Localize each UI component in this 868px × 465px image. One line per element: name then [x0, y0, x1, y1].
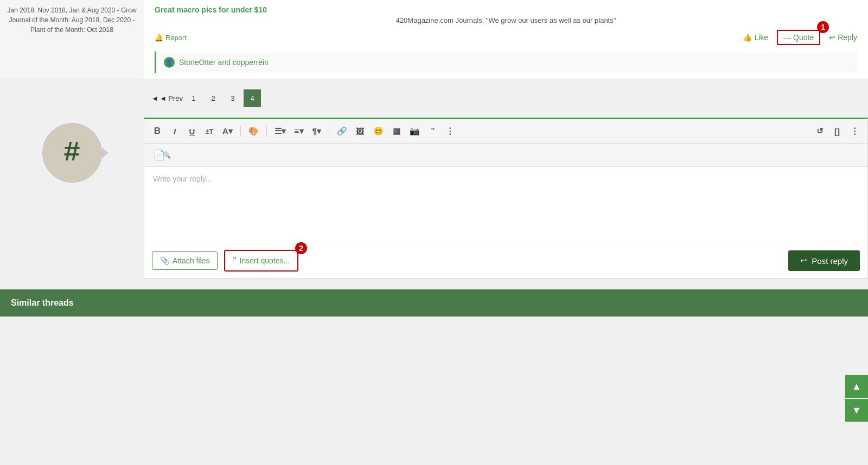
- reply-label: Reply: [838, 33, 857, 42]
- brackets-icon: []: [834, 127, 840, 136]
- sidebar-awards: Jan 2018, Nov 2018, Jan & Aug 2020 - Gro…: [0, 0, 144, 79]
- italic-label: I: [174, 127, 176, 136]
- avatar-wrapper: #: [42, 123, 102, 183]
- image-icon: 🖼: [356, 127, 364, 136]
- bell-icon: 🔔: [155, 34, 163, 42]
- reply-arrow-icon: ↩: [829, 33, 835, 42]
- paperclip-icon: 📎: [160, 256, 169, 265]
- reply-section: # B I U ±T A▾: [0, 118, 868, 289]
- paragraph-button[interactable]: ¶▾: [309, 124, 324, 138]
- page-1-button[interactable]: 1: [185, 89, 202, 107]
- editor-toolbar: B I U ±T A▾ 🎨: [144, 119, 867, 144]
- avatar-hash-symbol: #: [63, 137, 80, 169]
- camera-icon: 📷: [410, 126, 420, 136]
- quote-left-icon: ": [233, 255, 236, 266]
- like-button[interactable]: 👍 Like: [743, 33, 768, 42]
- page-3-label: 3: [231, 94, 234, 102]
- action-buttons-right: 👍 Like — Quote 1 ↩ Reply: [743, 30, 857, 45]
- brackets-button[interactable]: []: [829, 125, 845, 138]
- list-button[interactable]: ☰▾: [271, 124, 289, 138]
- liked-by-section: 👤 StoneOtter and copperrein: [155, 51, 857, 73]
- more-icon-1: ⋮: [446, 126, 454, 136]
- link-icon: 🔗: [337, 126, 347, 136]
- second-toolbar: 📄 🔍: [144, 144, 867, 167]
- toolbar-sep-2: [266, 126, 267, 137]
- post-content: Great macro pics for under $10 420Magazi…: [144, 0, 868, 79]
- post-area: Jan 2018, Nov 2018, Jan & Aug 2020 - Gro…: [0, 0, 868, 79]
- image-button[interactable]: 🖼: [353, 125, 368, 138]
- editor-placeholder: Write your reply...: [153, 175, 212, 183]
- undo-icon: ↺: [816, 126, 824, 136]
- emoji-icon: 😊: [373, 126, 384, 136]
- page-2-button[interactable]: 2: [205, 89, 222, 107]
- page-1-label: 1: [192, 94, 195, 102]
- prev-page-button[interactable]: ◄ ◄ Prev: [151, 94, 183, 102]
- quote-badge: 1: [817, 21, 829, 33]
- underline-label: U: [189, 127, 195, 136]
- paragraph-icon: ¶▾: [312, 126, 321, 136]
- italic-button[interactable]: I: [167, 125, 182, 138]
- post-actions: 🔔 Report 👍 Like — Quote 1 ↩ Rep: [155, 30, 857, 45]
- insert-quotes-label: Insert quotes...: [240, 256, 290, 265]
- scroll-up-button[interactable]: ▲: [845, 375, 868, 398]
- search-icon: 🔍: [163, 151, 171, 159]
- more-icon-2: ⋮: [851, 126, 859, 136]
- undo-button[interactable]: ↺: [812, 124, 827, 138]
- strikethrough-button[interactable]: ±T: [202, 125, 217, 138]
- quote-block-button[interactable]: ": [425, 124, 441, 138]
- post-reply-label: Post reply: [812, 256, 848, 266]
- insert-quotes-badge: 2: [295, 242, 307, 254]
- minus-icon: —: [783, 33, 791, 42]
- liked-by-avatar: 👤: [164, 57, 175, 68]
- quote-button[interactable]: — Quote 1: [777, 30, 820, 45]
- insert-quotes-button[interactable]: " Insert quotes... 2: [224, 250, 298, 272]
- underline-button[interactable]: U: [184, 125, 200, 138]
- liked-by-text: StoneOtter and copperrein: [179, 58, 269, 67]
- media-icon: ▦: [393, 126, 400, 136]
- editor-body[interactable]: Write your reply...: [144, 167, 867, 243]
- page-4-button[interactable]: 4: [244, 89, 261, 107]
- report-button[interactable]: 🔔 Report: [155, 34, 187, 42]
- font-size-button[interactable]: A▾: [219, 124, 236, 138]
- link-button[interactable]: 🔗: [334, 124, 350, 138]
- align-icon: ≡▾: [295, 126, 304, 136]
- editor-panel: B I U ±T A▾ 🎨: [144, 118, 868, 279]
- reply-button[interactable]: ↩ Reply: [829, 33, 857, 42]
- attach-files-button[interactable]: 📎 Attach files: [152, 251, 218, 270]
- bold-label: B: [154, 126, 161, 137]
- emoji-button[interactable]: 😊: [370, 124, 387, 138]
- media-button[interactable]: ▦: [389, 124, 404, 138]
- toolbar-sep-1: [240, 126, 241, 137]
- more-button-1[interactable]: ⋮: [443, 124, 458, 138]
- post-reply-arrow-icon: ↩: [800, 256, 807, 266]
- more-button-2[interactable]: ⋮: [847, 124, 862, 138]
- page-2-label: 2: [211, 94, 215, 102]
- report-label: Report: [165, 34, 187, 42]
- post-subtitle: 420Magazine.com Journals: "We grow our u…: [155, 16, 857, 24]
- align-button[interactable]: ≡▾: [291, 124, 307, 138]
- page-3-button[interactable]: 3: [224, 89, 241, 107]
- scroll-up-icon: ▲: [852, 381, 861, 392]
- scroll-down-button[interactable]: ▼: [845, 399, 868, 422]
- font-size-label: A▾: [222, 126, 233, 136]
- similar-threads-bar: Similar threads: [0, 289, 868, 317]
- palette-button[interactable]: 🎨: [245, 124, 262, 138]
- palette-icon: 🎨: [248, 126, 259, 136]
- camera-button[interactable]: 📷: [406, 124, 423, 138]
- bold-button[interactable]: B: [150, 124, 165, 139]
- avatar: #: [42, 123, 102, 183]
- page-4-label: 4: [250, 94, 254, 102]
- scroll-buttons: ▲ ▼: [845, 375, 868, 422]
- awards-text: Jan 2018, Nov 2018, Jan & Aug 2020 - Gro…: [7, 7, 136, 34]
- page-wrapper: Jan 2018, Nov 2018, Jan & Aug 2020 - Gro…: [0, 0, 868, 465]
- editor-footer: 📎 Attach files " Insert quotes... 2 ↩ Po…: [144, 243, 867, 278]
- prev-arrow-icon: ◄: [151, 94, 158, 102]
- post-reply-button[interactable]: ↩ Post reply: [788, 250, 860, 271]
- thumbs-up-icon: 👍: [743, 33, 752, 42]
- quote-label: Quote: [793, 33, 814, 42]
- post-tagline: Great macro pics for under $10: [155, 5, 857, 14]
- file-search-button[interactable]: 📄 🔍: [150, 147, 174, 163]
- scroll-down-icon: ▼: [852, 405, 861, 416]
- prev-label: ◄ Prev: [159, 94, 183, 102]
- pagination-row: ◄ ◄ Prev 1 2 3 4: [0, 79, 868, 118]
